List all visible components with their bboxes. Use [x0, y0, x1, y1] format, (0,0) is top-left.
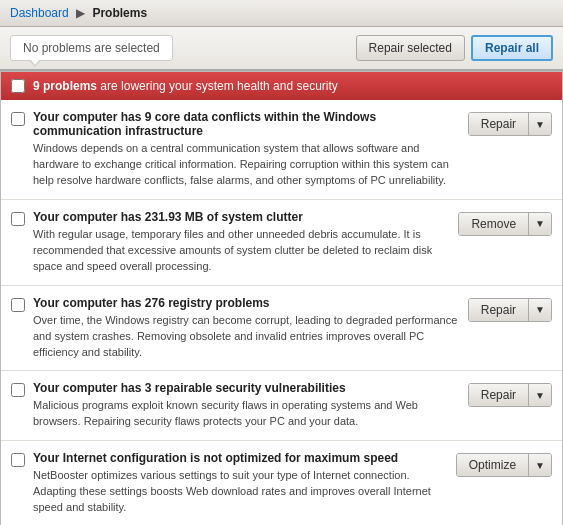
- problem-title-4: Your Internet configuration is not optim…: [33, 451, 448, 465]
- problem-checkbox-3[interactable]: [11, 383, 25, 397]
- toolbar-buttons: Repair selected Repair all: [356, 35, 553, 61]
- problem-checkbox-2[interactable]: [11, 298, 25, 312]
- problem-item: Your computer has 9 core data conflicts …: [1, 100, 562, 200]
- problem-desc-3: Malicious programs exploit known securit…: [33, 398, 460, 430]
- breadcrumb-current: Problems: [92, 6, 147, 20]
- action-main-button-1[interactable]: Remove: [459, 213, 529, 235]
- problem-desc-2: Over time, the Windows registry can beco…: [33, 313, 460, 361]
- action-btn-group-3: Repair ▼: [468, 383, 552, 407]
- problem-content-1: Your computer has 231.93 MB of system cl…: [33, 210, 450, 275]
- problem-desc-4: NetBooster optimizes various settings to…: [33, 468, 448, 516]
- problem-action-1: Remove ▼: [458, 212, 552, 236]
- problem-desc-0: Windows depends on a central communicati…: [33, 141, 460, 189]
- problem-item: Your computer has 276 registry problems …: [1, 286, 562, 372]
- problem-action-3: Repair ▼: [468, 383, 552, 407]
- breadcrumb-parent[interactable]: Dashboard: [10, 6, 69, 20]
- problem-title-3: Your computer has 3 repairable security …: [33, 381, 460, 395]
- problem-action-0: Repair ▼: [468, 112, 552, 136]
- problem-item: Your computer has 3 repairable security …: [1, 371, 562, 441]
- action-btn-group-4: Optimize ▼: [456, 453, 552, 477]
- action-drop-button-4[interactable]: ▼: [529, 454, 551, 476]
- problem-checkbox-4[interactable]: [11, 453, 25, 467]
- problem-desc-1: With regular usage, temporary files and …: [33, 227, 450, 275]
- problem-content-0: Your computer has 9 core data conflicts …: [33, 110, 460, 189]
- action-drop-button-1[interactable]: ▼: [529, 213, 551, 235]
- repair-all-button[interactable]: Repair all: [471, 35, 553, 61]
- problems-header-text: 9 problems are lowering your system heal…: [33, 79, 338, 93]
- action-main-button-0[interactable]: Repair: [469, 113, 529, 135]
- problems-list: 9 problems are lowering your system heal…: [0, 71, 563, 525]
- action-btn-group-1: Remove ▼: [458, 212, 552, 236]
- problem-checkbox-0[interactable]: [11, 112, 25, 126]
- problem-item: Your Internet configuration is not optim…: [1, 441, 562, 525]
- problem-title-0: Your computer has 9 core data conflicts …: [33, 110, 460, 138]
- action-main-button-3[interactable]: Repair: [469, 384, 529, 406]
- action-drop-button-0[interactable]: ▼: [529, 113, 551, 135]
- breadcrumb-bar: Dashboard ▶ Problems: [0, 0, 563, 27]
- action-main-button-2[interactable]: Repair: [469, 299, 529, 321]
- action-main-button-4[interactable]: Optimize: [457, 454, 529, 476]
- problem-checkbox-1[interactable]: [11, 212, 25, 226]
- action-drop-button-3[interactable]: ▼: [529, 384, 551, 406]
- action-drop-button-2[interactable]: ▼: [529, 299, 551, 321]
- repair-selected-button[interactable]: Repair selected: [356, 35, 465, 61]
- problem-content-4: Your Internet configuration is not optim…: [33, 451, 448, 516]
- problem-item: Your computer has 231.93 MB of system cl…: [1, 200, 562, 286]
- problem-title-2: Your computer has 276 registry problems: [33, 296, 460, 310]
- problem-action-4: Optimize ▼: [456, 453, 552, 477]
- problem-title-1: Your computer has 231.93 MB of system cl…: [33, 210, 450, 224]
- problem-content-3: Your computer has 3 repairable security …: [33, 381, 460, 430]
- problem-action-2: Repair ▼: [468, 298, 552, 322]
- breadcrumb-separator: ▶: [76, 6, 85, 20]
- toolbar: No problems are selected Repair selected…: [0, 27, 563, 71]
- select-all-checkbox[interactable]: [11, 79, 25, 93]
- problems-header: 9 problems are lowering your system heal…: [1, 72, 562, 100]
- no-problems-message: No problems are selected: [10, 35, 173, 61]
- action-btn-group-2: Repair ▼: [468, 298, 552, 322]
- action-btn-group-0: Repair ▼: [468, 112, 552, 136]
- problems-container: Your computer has 9 core data conflicts …: [1, 100, 562, 525]
- problem-content-2: Your computer has 276 registry problems …: [33, 296, 460, 361]
